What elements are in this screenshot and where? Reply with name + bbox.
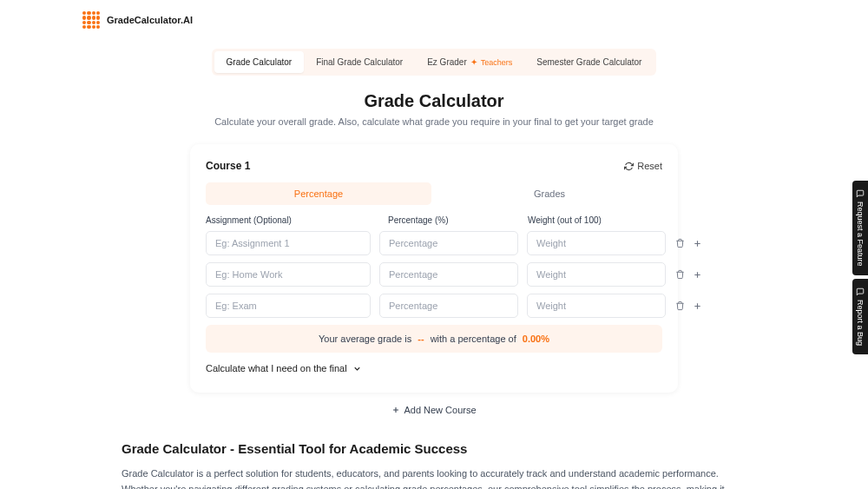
delete-row-button[interactable]	[674, 300, 685, 312]
grade-row	[206, 231, 662, 255]
plus-icon	[391, 406, 400, 414]
tab-grade-calculator[interactable]: Grade Calculator	[214, 51, 305, 73]
tab-ez-grader-label: Ez Grader	[427, 57, 467, 67]
essential-title: Grade Calculator - Essential Tool for Ac…	[122, 441, 746, 456]
plus-icon	[693, 270, 702, 280]
trash-icon	[675, 269, 685, 280]
assignment-input[interactable]	[206, 231, 371, 255]
weight-input[interactable]	[527, 231, 666, 255]
trash-icon	[675, 301, 685, 311]
add-row-button[interactable]	[692, 237, 702, 249]
grade-row	[206, 262, 662, 287]
essential-body: Grade Calculator is a perfect solution f…	[122, 466, 746, 489]
sparkle-icon: ✦	[470, 57, 477, 67]
mode-tab-percentage[interactable]: Percentage	[206, 182, 431, 205]
course-card: Course 1 Reset Percentage Grades Assignm…	[190, 144, 678, 393]
percentage-input[interactable]	[379, 262, 518, 287]
refresh-icon	[624, 162, 634, 171]
nav-tabs: Grade Calculator Final Grade Calculator …	[0, 49, 868, 76]
add-course-label: Add New Course	[404, 405, 476, 415]
chevron-down-icon	[352, 364, 362, 373]
request-feature-label: Request a Feature	[856, 202, 865, 267]
col-header-weight: Weight (out of 100)	[528, 215, 649, 225]
comment-icon	[856, 287, 865, 296]
page-subtitle: Calculate your overall grade. Also, calc…	[0, 116, 868, 127]
header: GradeCalculator.AI	[0, 0, 868, 40]
essential-section: Grade Calculator - Essential Tool for Ac…	[104, 441, 764, 489]
page-title: Grade Calculator	[0, 91, 868, 111]
tab-semester-grade-calculator[interactable]: Semester Grade Calculator	[524, 51, 654, 73]
assignment-input[interactable]	[206, 262, 371, 287]
course-title: Course 1	[206, 160, 250, 172]
brand-text[interactable]: GradeCalculator.AI	[107, 15, 193, 25]
assignment-input[interactable]	[206, 294, 371, 318]
col-header-percentage: Percentage (%)	[388, 215, 510, 225]
report-bug-button[interactable]: Report a Bug	[852, 279, 868, 354]
trash-icon	[675, 238, 685, 248]
weight-input[interactable]	[527, 262, 666, 287]
plus-icon	[693, 301, 702, 311]
final-calc-toggle[interactable]: Calculate what I need on the final	[206, 363, 662, 373]
percentage-input[interactable]	[379, 231, 518, 255]
tab-final-grade-calculator[interactable]: Final Grade Calculator	[304, 51, 415, 73]
result-grade-value: --	[418, 334, 424, 344]
tab-ez-grader[interactable]: Ez Grader ✦ Teachers	[415, 51, 524, 73]
percentage-input[interactable]	[379, 294, 518, 318]
report-bug-label: Report a Bug	[856, 300, 865, 346]
comment-icon	[856, 189, 865, 198]
logo-icon	[82, 11, 100, 29]
delete-row-button[interactable]	[674, 237, 685, 249]
request-feature-button[interactable]: Request a Feature	[852, 181, 868, 275]
add-row-button[interactable]	[692, 268, 702, 281]
reset-button[interactable]: Reset	[624, 161, 662, 171]
add-row-button[interactable]	[692, 300, 702, 312]
mode-tab-grades[interactable]: Grades	[437, 182, 662, 205]
result-prefix: Your average grade is	[319, 334, 411, 344]
grade-row	[206, 294, 662, 318]
result-bar: Your average grade is -- with a percenta…	[206, 325, 662, 353]
result-percentage-value: 0.00%	[523, 334, 549, 344]
teachers-badge: Teachers	[481, 58, 513, 67]
result-mid: with a percentage of	[431, 334, 516, 344]
reset-label: Reset	[637, 161, 662, 171]
add-course-button[interactable]: Add New Course	[0, 405, 868, 415]
weight-input[interactable]	[527, 294, 666, 318]
final-calc-label: Calculate what I need on the final	[206, 363, 347, 373]
plus-icon	[693, 239, 702, 248]
delete-row-button[interactable]	[674, 268, 685, 281]
col-header-assignment: Assignment (Optional)	[206, 215, 371, 225]
side-tabs: Request a Feature Report a Bug	[852, 181, 868, 354]
